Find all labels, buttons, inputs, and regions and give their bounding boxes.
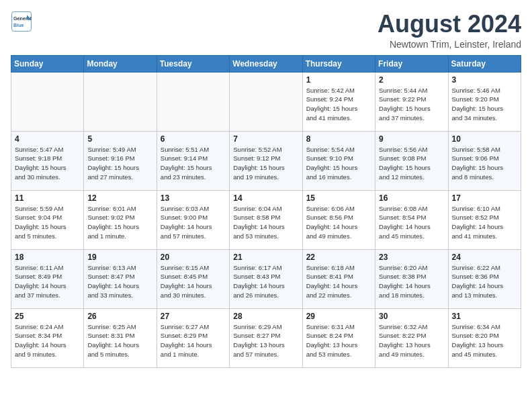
calendar-cell: 13Sunrise: 6:03 AM Sunset: 9:00 PM Dayli… xyxy=(157,190,229,249)
calendar-cell: 4Sunrise: 5:47 AM Sunset: 9:18 PM Daylig… xyxy=(11,131,84,190)
calendar-cell: 20Sunrise: 6:15 AM Sunset: 8:45 PM Dayli… xyxy=(157,249,229,308)
logo: General Blue xyxy=(11,11,32,32)
day-number: 28 xyxy=(233,312,298,321)
day-number: 24 xyxy=(452,253,517,262)
day-info: Sunrise: 6:32 AM Sunset: 8:22 PM Dayligh… xyxy=(379,322,444,359)
day-number: 22 xyxy=(306,253,371,262)
month-title: August 2024 xyxy=(378,11,521,38)
day-info: Sunrise: 6:34 AM Sunset: 8:20 PM Dayligh… xyxy=(452,322,517,359)
page-header: General Blue August 2024 Newtown Trim, L… xyxy=(11,11,521,50)
calendar-cell: 26Sunrise: 6:25 AM Sunset: 8:31 PM Dayli… xyxy=(84,308,157,367)
day-number: 30 xyxy=(379,312,444,321)
day-info: Sunrise: 6:10 AM Sunset: 8:52 PM Dayligh… xyxy=(452,204,517,241)
day-info: Sunrise: 6:25 AM Sunset: 8:31 PM Dayligh… xyxy=(87,322,152,359)
calendar-cell: 6Sunrise: 5:51 AM Sunset: 9:14 PM Daylig… xyxy=(157,131,229,190)
calendar-cell: 15Sunrise: 6:06 AM Sunset: 8:56 PM Dayli… xyxy=(302,190,375,249)
day-header-sunday: Sunday xyxy=(11,55,84,72)
calendar-cell xyxy=(230,72,302,131)
day-info: Sunrise: 5:42 AM Sunset: 9:24 PM Dayligh… xyxy=(306,86,371,123)
day-info: Sunrise: 6:24 AM Sunset: 8:34 PM Dayligh… xyxy=(15,322,80,359)
calendar-table: SundayMondayTuesdayWednesdayThursdayFrid… xyxy=(11,55,521,368)
day-info: Sunrise: 5:44 AM Sunset: 9:22 PM Dayligh… xyxy=(379,86,444,123)
day-number: 18 xyxy=(15,253,80,262)
day-header-monday: Monday xyxy=(84,55,157,72)
calendar-cell: 29Sunrise: 6:31 AM Sunset: 8:24 PM Dayli… xyxy=(302,308,375,367)
day-number: 23 xyxy=(379,253,444,262)
title-section: August 2024 Newtown Trim, Leinster, Irel… xyxy=(378,11,521,50)
day-number: 31 xyxy=(452,312,517,321)
day-info: Sunrise: 6:01 AM Sunset: 9:02 PM Dayligh… xyxy=(87,204,152,241)
calendar-cell: 5Sunrise: 5:49 AM Sunset: 9:16 PM Daylig… xyxy=(84,131,157,190)
calendar-cell: 16Sunrise: 6:08 AM Sunset: 8:54 PM Dayli… xyxy=(375,190,448,249)
day-info: Sunrise: 5:46 AM Sunset: 9:20 PM Dayligh… xyxy=(452,86,517,123)
day-header-friday: Friday xyxy=(375,55,448,72)
week-row-2: 4Sunrise: 5:47 AM Sunset: 9:18 PM Daylig… xyxy=(11,131,521,190)
day-info: Sunrise: 5:49 AM Sunset: 9:16 PM Dayligh… xyxy=(87,145,152,182)
day-info: Sunrise: 6:06 AM Sunset: 8:56 PM Dayligh… xyxy=(306,204,371,241)
day-number: 2 xyxy=(379,75,444,85)
day-number: 12 xyxy=(87,193,152,203)
calendar-cell: 2Sunrise: 5:44 AM Sunset: 9:22 PM Daylig… xyxy=(375,72,448,131)
day-number: 20 xyxy=(161,253,226,262)
day-info: Sunrise: 5:56 AM Sunset: 9:08 PM Dayligh… xyxy=(379,145,444,182)
calendar-cell: 7Sunrise: 5:52 AM Sunset: 9:12 PM Daylig… xyxy=(230,131,302,190)
week-row-5: 25Sunrise: 6:24 AM Sunset: 8:34 PM Dayli… xyxy=(11,308,521,367)
day-number: 10 xyxy=(452,134,517,144)
logo-icon: General Blue xyxy=(11,11,32,32)
calendar-cell: 17Sunrise: 6:10 AM Sunset: 8:52 PM Dayli… xyxy=(448,190,521,249)
day-info: Sunrise: 6:03 AM Sunset: 9:00 PM Dayligh… xyxy=(161,204,226,241)
day-info: Sunrise: 6:29 AM Sunset: 8:27 PM Dayligh… xyxy=(233,322,298,359)
calendar-cell: 1Sunrise: 5:42 AM Sunset: 9:24 PM Daylig… xyxy=(302,72,375,131)
day-number: 29 xyxy=(306,312,371,321)
day-number: 3 xyxy=(452,75,517,85)
day-number: 9 xyxy=(379,134,444,144)
svg-text:Blue: Blue xyxy=(13,22,24,28)
calendar-cell: 14Sunrise: 6:04 AM Sunset: 8:58 PM Dayli… xyxy=(230,190,302,249)
day-number: 15 xyxy=(306,193,371,203)
day-number: 19 xyxy=(87,253,152,262)
day-info: Sunrise: 5:47 AM Sunset: 9:18 PM Dayligh… xyxy=(15,145,80,182)
calendar-cell: 12Sunrise: 6:01 AM Sunset: 9:02 PM Dayli… xyxy=(84,190,157,249)
day-number: 1 xyxy=(306,75,371,85)
calendar-cell: 19Sunrise: 6:13 AM Sunset: 8:47 PM Dayli… xyxy=(84,249,157,308)
calendar-cell: 27Sunrise: 6:27 AM Sunset: 8:29 PM Dayli… xyxy=(157,308,229,367)
calendar-cell: 25Sunrise: 6:24 AM Sunset: 8:34 PM Dayli… xyxy=(11,308,84,367)
calendar-cell: 10Sunrise: 5:58 AM Sunset: 9:06 PM Dayli… xyxy=(448,131,521,190)
day-number: 6 xyxy=(161,134,226,144)
day-info: Sunrise: 5:51 AM Sunset: 9:14 PM Dayligh… xyxy=(161,145,226,182)
day-number: 17 xyxy=(452,193,517,203)
day-number: 5 xyxy=(87,134,152,144)
calendar-cell xyxy=(157,72,229,131)
week-row-1: 1Sunrise: 5:42 AM Sunset: 9:24 PM Daylig… xyxy=(11,72,521,131)
day-info: Sunrise: 6:11 AM Sunset: 8:49 PM Dayligh… xyxy=(15,263,80,300)
day-number: 11 xyxy=(15,193,80,203)
calendar-cell: 28Sunrise: 6:29 AM Sunset: 8:27 PM Dayli… xyxy=(230,308,302,367)
calendar-cell xyxy=(11,72,84,131)
day-number: 26 xyxy=(87,312,152,321)
day-info: Sunrise: 6:22 AM Sunset: 8:36 PM Dayligh… xyxy=(452,263,517,300)
day-info: Sunrise: 6:13 AM Sunset: 8:47 PM Dayligh… xyxy=(87,263,152,300)
day-header-thursday: Thursday xyxy=(302,55,375,72)
day-number: 14 xyxy=(233,193,298,203)
calendar-cell: 23Sunrise: 6:20 AM Sunset: 8:38 PM Dayli… xyxy=(375,249,448,308)
day-info: Sunrise: 5:54 AM Sunset: 9:10 PM Dayligh… xyxy=(306,145,371,182)
day-header-wednesday: Wednesday xyxy=(230,55,302,72)
day-number: 8 xyxy=(306,134,371,144)
day-info: Sunrise: 6:04 AM Sunset: 8:58 PM Dayligh… xyxy=(233,204,298,241)
day-number: 21 xyxy=(233,253,298,262)
day-header-tuesday: Tuesday xyxy=(157,55,229,72)
day-info: Sunrise: 6:27 AM Sunset: 8:29 PM Dayligh… xyxy=(161,322,226,359)
calendar-cell: 8Sunrise: 5:54 AM Sunset: 9:10 PM Daylig… xyxy=(302,131,375,190)
calendar-cell: 3Sunrise: 5:46 AM Sunset: 9:20 PM Daylig… xyxy=(448,72,521,131)
calendar-cell: 21Sunrise: 6:17 AM Sunset: 8:43 PM Dayli… xyxy=(230,249,302,308)
calendar-cell: 9Sunrise: 5:56 AM Sunset: 9:08 PM Daylig… xyxy=(375,131,448,190)
location-subtitle: Newtown Trim, Leinster, Ireland xyxy=(378,39,521,50)
days-header-row: SundayMondayTuesdayWednesdayThursdayFrid… xyxy=(11,55,521,72)
day-number: 4 xyxy=(15,134,80,144)
day-number: 7 xyxy=(233,134,298,144)
day-number: 27 xyxy=(161,312,226,321)
day-info: Sunrise: 6:17 AM Sunset: 8:43 PM Dayligh… xyxy=(233,263,298,300)
calendar-cell: 30Sunrise: 6:32 AM Sunset: 8:22 PM Dayli… xyxy=(375,308,448,367)
day-info: Sunrise: 5:59 AM Sunset: 9:04 PM Dayligh… xyxy=(15,204,80,241)
day-number: 25 xyxy=(15,312,80,321)
